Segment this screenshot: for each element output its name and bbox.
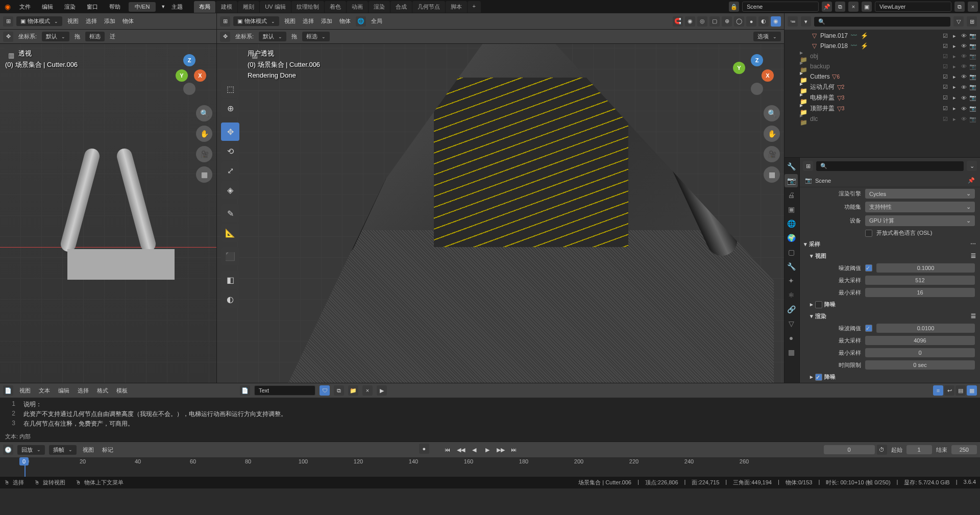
vp-select[interactable]: 选择 xyxy=(84,17,99,25)
tab-add[interactable]: + xyxy=(468,1,481,13)
render-icon[interactable]: 📷 xyxy=(969,52,977,60)
vp-object2[interactable]: 物体 xyxy=(337,17,353,25)
noise-checkbox[interactable]: ✓ xyxy=(865,264,872,272)
gizmo-z2[interactable]: Z xyxy=(751,54,763,66)
selectable-icon[interactable]: ▸ xyxy=(950,52,959,60)
zoom-icon[interactable]: 🔍 xyxy=(196,105,212,121)
navigation-gizmo2[interactable]: Z Y X xyxy=(733,54,774,95)
text-name-input[interactable]: Text xyxy=(254,385,315,396)
selectable-icon[interactable]: ▸ xyxy=(950,83,959,91)
outliner-item[interactable]: ▸ 📁dlc☑▸👁📷 xyxy=(785,114,980,124)
shading-rendered-icon[interactable]: ◉ xyxy=(771,16,781,27)
dropdown-icon[interactable]: ▼ xyxy=(161,4,165,9)
gizmo-z[interactable]: Z xyxy=(183,54,195,66)
scene-pin-icon[interactable]: 📌 xyxy=(822,2,832,12)
delete-icon[interactable]: × xyxy=(362,385,373,396)
visibility-icon[interactable]: 👁 xyxy=(960,105,968,113)
props-search[interactable]: 🔍 xyxy=(816,161,964,171)
tab-layout[interactable]: 布局 xyxy=(194,1,215,13)
start-frame-input[interactable]: 1 xyxy=(906,445,932,454)
shield-icon[interactable]: 🛡 xyxy=(320,385,330,396)
tab-comp[interactable]: 合成 xyxy=(390,1,412,13)
pan-icon[interactable]: ✋ xyxy=(196,126,212,142)
options-icon[interactable]: ⋯ xyxy=(970,241,976,248)
gizmo-x[interactable]: X xyxy=(194,69,206,82)
shading-solid-icon[interactable]: ● xyxy=(746,16,756,27)
text-line[interactable]: 1说明： xyxy=(5,400,975,409)
tool-extra2[interactable]: ◐ xyxy=(221,290,239,308)
vp-object[interactable]: 物体 xyxy=(120,17,136,25)
tab-object[interactable]: ▢ xyxy=(785,246,798,259)
render-icon[interactable]: 📷 xyxy=(969,94,977,102)
zoom-icon2[interactable]: 🔍 xyxy=(764,105,780,121)
denoise-view-checkbox[interactable] xyxy=(815,301,822,308)
selectable-icon[interactable]: ▸ xyxy=(950,105,959,113)
coords-select[interactable]: 默认⌄ xyxy=(42,32,69,41)
exclude-checkbox[interactable]: ☑ xyxy=(941,52,949,60)
boxselect[interactable]: 框选 xyxy=(85,32,105,41)
coords-icon2[interactable]: ✥ xyxy=(220,32,230,42)
viewlayer-delete-icon[interactable]: × xyxy=(968,2,978,12)
render-icon[interactable]: 📷 xyxy=(969,115,977,123)
outliner-item[interactable]: ▽Plane.018〰⚡☑▸👁📷 xyxy=(785,41,980,51)
vp-select2[interactable]: 选择 xyxy=(301,17,316,25)
outliner-item[interactable]: ▸ 📁运动几何▽2☑▸👁📷 xyxy=(785,82,980,92)
options-dropdown[interactable]: 选项⌄ xyxy=(753,32,781,41)
perspective-icon2[interactable]: ▦ xyxy=(764,166,780,183)
text-edit[interactable]: 编辑 xyxy=(56,387,71,395)
tab-output[interactable]: 🖨 xyxy=(785,188,798,202)
render-icon[interactable]: 📷 xyxy=(969,62,977,70)
wrap-icon[interactable]: ↩ xyxy=(944,385,954,396)
tool-rotate[interactable]: ⟲ xyxy=(221,142,239,160)
exclude-checkbox[interactable]: ☑ xyxy=(941,62,949,70)
viewlayer-input[interactable]: ViewLayer xyxy=(875,2,951,12)
tab-texture[interactable]: ▦ xyxy=(785,346,798,359)
vp-add2[interactable]: 添加 xyxy=(319,17,334,25)
new-collection-icon[interactable]: ⊞ xyxy=(967,16,977,27)
exclude-checkbox[interactable]: ☑ xyxy=(941,72,949,81)
feature-select[interactable]: 支持特性⌄ xyxy=(865,202,975,212)
tool-transform[interactable]: ◈ xyxy=(221,181,239,199)
device-select[interactable]: GPU 计算⌄ xyxy=(865,215,975,226)
min-view-input[interactable]: 16 xyxy=(865,288,975,297)
tool-measure[interactable]: 📐 xyxy=(221,224,239,242)
overlays-icon[interactable]: ◎ xyxy=(697,16,707,27)
outliner-item[interactable]: ▸ 📁backup☑▸👁📷 xyxy=(785,61,980,71)
menu-edit[interactable]: 编辑 xyxy=(37,1,58,13)
tab-render[interactable]: 渲染 xyxy=(369,1,390,13)
end-frame-input[interactable]: 250 xyxy=(951,445,977,454)
exclude-checkbox[interactable]: ☑ xyxy=(941,42,949,50)
run-script-icon[interactable]: ▶ xyxy=(377,385,387,396)
mode-select-main[interactable]: ▣物体模式⌄ xyxy=(233,16,279,26)
scene-input[interactable]: Scene xyxy=(742,2,819,12)
global-icon[interactable]: 🌐 xyxy=(356,16,366,27)
menu-file[interactable]: 文件 xyxy=(14,1,36,13)
boxselect2[interactable]: 框选⌄ xyxy=(302,32,330,41)
menu-theme[interactable]: 主题 xyxy=(166,1,188,13)
tab-physics[interactable]: ⚛ xyxy=(785,288,798,302)
tool-select-box[interactable]: ⬚ xyxy=(221,80,239,98)
menu-render[interactable]: 渲染 xyxy=(59,1,81,13)
tool-move[interactable]: ✥ xyxy=(221,122,239,141)
section-viewport[interactable]: ▾视图☰ xyxy=(800,250,980,262)
props-options-icon[interactable]: ⌄ xyxy=(967,161,977,171)
tab-script[interactable]: 脚本 xyxy=(446,1,467,13)
selectable-icon[interactable]: ▸ xyxy=(950,42,959,50)
tab-data[interactable]: ▽ xyxy=(785,317,798,330)
timeline-ruler[interactable]: 020406080100120140160180200220240260 0 xyxy=(0,457,980,477)
jump-end-icon[interactable]: ⏭ xyxy=(508,444,520,456)
play-reverse-icon[interactable]: ◀ xyxy=(468,444,480,456)
keying-dropdown[interactable]: 插帧⌄ xyxy=(49,445,77,455)
tool-extra1[interactable]: ◧ xyxy=(221,271,239,289)
selectable-icon[interactable]: ▸ xyxy=(950,115,959,123)
props-type-icon[interactable]: ⊞ xyxy=(803,161,813,171)
editor-type-icon[interactable]: ⊞ xyxy=(220,16,230,27)
folder-icon[interactable]: 📁 xyxy=(348,385,358,396)
tool-annotate[interactable]: ✎ xyxy=(221,204,239,223)
noise-view-input[interactable]: 0.1000 xyxy=(876,263,975,273)
render-icon[interactable]: 📷 xyxy=(969,32,977,40)
visibility-icon[interactable]: 👁 xyxy=(960,42,968,50)
render-icon[interactable]: 📷 xyxy=(969,42,977,50)
keyframe-prev-icon[interactable]: ◀◀ xyxy=(455,444,467,456)
camera-icon2[interactable]: 🎥 xyxy=(764,146,780,162)
